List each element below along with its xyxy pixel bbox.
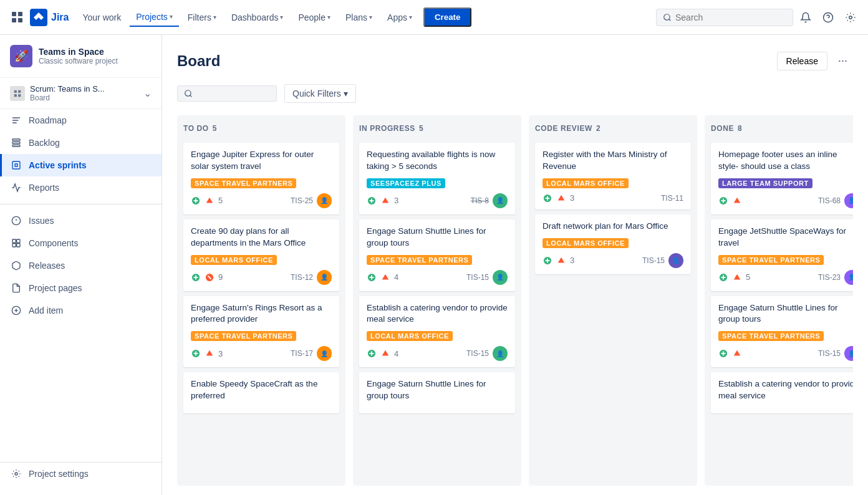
card-count: 3 (218, 349, 223, 358)
card-label: LARGE TEAM SUPPORT (718, 178, 813, 188)
add-item-icon (10, 304, 22, 317)
backlog-icon (10, 137, 22, 149)
board-card[interactable]: Enable Speedy SpaceCraft as the preferre… (183, 372, 339, 413)
card-type-icon (367, 348, 377, 358)
sidebar-item-components[interactable]: Components (0, 232, 162, 254)
card-footer: 4 TIS-15 👤 (367, 270, 508, 285)
svg-marker-64 (734, 198, 741, 203)
svg-marker-52 (382, 350, 389, 356)
board-card[interactable]: Establish a catering vendor to provide m… (711, 372, 853, 413)
board-card[interactable]: Establish a catering vendor to provide m… (359, 296, 515, 368)
nav-dashboards[interactable]: Dashboards ▾ (225, 9, 290, 26)
svg-rect-8 (14, 90, 17, 92)
card-type-icon (718, 196, 728, 206)
search-input[interactable] (675, 12, 769, 22)
board-card[interactable]: Create 90 day plans for all departments … (183, 219, 339, 291)
sidebar-item-reports[interactable]: Reports (0, 176, 162, 199)
sidebar-item-releases[interactable]: Releases (0, 254, 162, 277)
more-options-button[interactable]: ··· (832, 50, 853, 72)
help-icon[interactable] (818, 7, 838, 27)
card-id: TIS-12 (291, 273, 313, 282)
board-card[interactable]: Draft network plan for Mars Office LOCAL… (535, 214, 691, 274)
dashboards-chevron: ▾ (280, 14, 283, 21)
create-button[interactable]: Create (423, 7, 472, 27)
board-header-actions: Release ··· (777, 50, 853, 72)
nav-people[interactable]: People ▾ (292, 9, 337, 26)
column-count: 5 (213, 124, 217, 133)
card-count: 4 (394, 349, 398, 358)
project-settings-icon (10, 468, 22, 480)
card-label: LOCAL MARS OFFICE (191, 255, 277, 265)
sidebar-item-backlog[interactable]: Backlog (0, 132, 162, 154)
card-id: TIS-11 (661, 194, 683, 203)
card-count: 3 (570, 256, 574, 265)
card-label: LOCAL MARS OFFICE (542, 178, 629, 188)
sidebar-spacer (0, 322, 162, 462)
sidebar-scrum-item[interactable]: Scrum: Teams in S... Board ⌄ (0, 78, 162, 109)
card-id: TIS-15 (818, 349, 841, 358)
card-id: TIS-15 (466, 273, 489, 282)
sidebar-item-add-item[interactable]: Add item (0, 299, 162, 322)
sidebar-item-active-sprints[interactable]: Active sprints (0, 154, 162, 176)
card-id: TIS-25 (291, 196, 313, 205)
quick-filters-button[interactable]: Quick Filters ▾ (284, 84, 356, 103)
svg-marker-31 (206, 198, 213, 203)
project-name: Teams in Space (39, 47, 152, 57)
grid-icon[interactable] (7, 7, 27, 27)
card-id: TIS-15 (642, 256, 665, 265)
search-box[interactable] (656, 9, 793, 26)
release-button[interactable]: Release (777, 52, 827, 70)
board-card[interactable]: Engage Jupiter Express for outer solar s… (183, 143, 339, 214)
board-card[interactable]: Homepage footer uses an inline style- sh… (711, 143, 853, 214)
scrum-sub: Board (30, 94, 105, 102)
card-priority-icon (205, 272, 215, 282)
card-title: Engage Saturn Shuttle Lines for group to… (718, 302, 853, 326)
jira-logo[interactable]: Jira (30, 9, 69, 26)
board-card[interactable]: Engage Saturn Shuttle Lines for group to… (359, 219, 515, 291)
nav-apps[interactable]: Apps ▾ (381, 9, 418, 26)
board-card[interactable]: Register with the Mars Ministry of Reven… (535, 143, 691, 209)
nav-plans[interactable]: Plans ▾ (339, 9, 379, 26)
card-title: Homepage footer uses an inline style- sh… (718, 149, 853, 173)
app-layout: 🚀 Teams in Space Classic software projec… (0, 35, 868, 495)
card-priority-icon (556, 193, 566, 203)
card-id: TIS-8 (471, 196, 489, 205)
notifications-icon[interactable] (796, 7, 816, 27)
board-columns: TO DO 5 Engage Jupiter Express for outer… (177, 115, 853, 486)
nav-filters[interactable]: Filters ▾ (181, 9, 223, 26)
card-priority-icon (732, 348, 742, 358)
svg-rect-15 (12, 161, 20, 169)
settings-icon[interactable] (841, 7, 861, 27)
card-type-icon (718, 272, 728, 282)
card-title: Engage Saturn Shuttle Lines for group to… (367, 378, 508, 402)
board-card[interactable]: Requesting available flights is now taki… (359, 143, 515, 214)
board-card[interactable]: Engage JetShuttle SpaceWays for travel S… (711, 219, 853, 291)
sidebar-item-project-settings[interactable]: Project settings (0, 463, 162, 485)
svg-rect-1 (18, 12, 22, 16)
sidebar: 🚀 Teams in Space Classic software projec… (0, 35, 162, 495)
column-header: TO DO 5 (183, 122, 339, 135)
sidebar-item-project-pages[interactable]: Project pages (0, 277, 162, 299)
board-card[interactable]: Engage Saturn Shuttle Lines for group to… (359, 372, 515, 413)
card-count: 9 (218, 272, 223, 282)
board-card[interactable]: Engage Saturn Shuttle Lines for group to… (711, 296, 853, 368)
card-type-icon (367, 272, 377, 282)
board-search[interactable] (177, 85, 277, 102)
reports-icon (10, 181, 22, 194)
nav-projects[interactable]: Projects ▾ (130, 8, 179, 27)
nav-your-work[interactable]: Your work (76, 9, 127, 26)
svg-marker-40 (206, 350, 213, 356)
card-footer: 5 TIS-23 👤 (718, 270, 853, 285)
board-card[interactable]: Engage Saturn's Rings Resort as a prefer… (183, 296, 339, 368)
board-column-3: DONE 8 Homepage footer uses an inline st… (705, 115, 853, 486)
card-label: SPACE TRAVEL PARTNERS (718, 331, 824, 341)
main-content: Board Release ··· Quick Filters ▾ TO DO … (162, 35, 868, 495)
svg-point-27 (185, 90, 191, 96)
sidebar-item-issues[interactable]: Issues (0, 209, 162, 232)
card-title: Engage Jupiter Express for outer solar s… (191, 149, 332, 173)
logo-text: Jira (51, 12, 69, 23)
card-title: Engage JetShuttle SpaceWays for travel (718, 226, 853, 249)
sidebar-item-roadmap[interactable]: Roadmap (0, 109, 162, 132)
card-count: 3 (394, 196, 398, 205)
plans-chevron: ▾ (369, 14, 372, 21)
